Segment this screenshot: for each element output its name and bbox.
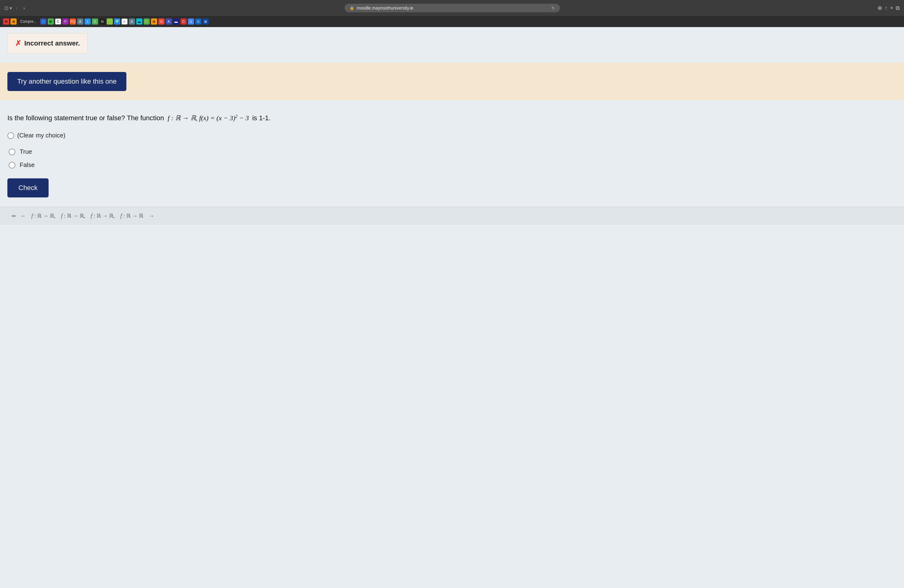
math-expression: f : ℝ → ℝ, f(x) = (x − 3)2 − 3 xyxy=(166,114,252,122)
clear-choice-radio[interactable] xyxy=(7,132,14,139)
bookmark-p-icon[interactable]: P xyxy=(62,19,69,25)
bottom-nav-hint: ⇐ ← f : ℝ → ℝ, f : ℝ → ℝ, f : ℝ → ℝ, f :… xyxy=(0,207,904,225)
bookmark-a3-icon[interactable]: A xyxy=(166,19,172,25)
reload-icon[interactable]: ↻ xyxy=(551,6,555,11)
check-button[interactable]: Check xyxy=(7,179,49,198)
question-text-before: Is the following statement true or false… xyxy=(7,114,164,122)
bookmark-compre[interactable]: Compre... xyxy=(18,19,39,24)
clear-choice-label: (Clear my choice) xyxy=(17,132,65,139)
bookmark-cloud-icon[interactable]: ☁ xyxy=(136,19,142,25)
back-button[interactable]: ‹ xyxy=(14,4,19,12)
bookmark-leaf-icon[interactable]: 🍀 xyxy=(107,19,113,25)
question-text: Is the following statement true or false… xyxy=(7,112,897,123)
bookmark-d-icon[interactable]: D xyxy=(180,19,186,25)
clear-choice-option[interactable]: (Clear my choice) xyxy=(7,132,897,139)
option-true-radio[interactable] xyxy=(9,149,15,155)
page-content: ✗ Incorrect answer. Try another question… xyxy=(0,27,904,588)
tabs-icon[interactable]: ⧉ xyxy=(896,5,900,11)
lock-icon: 🔒 xyxy=(349,6,354,10)
option-false-radio[interactable] xyxy=(9,162,15,169)
question-text-after: is 1-1. xyxy=(252,114,270,122)
try-another-button[interactable]: Try another question like this one xyxy=(7,72,126,91)
x-icon: ✗ xyxy=(15,39,21,47)
bookmark-green-icon[interactable]: 🟩 xyxy=(144,19,150,25)
bookmark-g2-icon[interactable]: G xyxy=(158,19,164,25)
bookmark-rect-icon[interactable]: ▬ xyxy=(173,19,179,25)
address-bar[interactable]: 🔒 moodle.maynoothuniversity.ie ↻ xyxy=(345,4,560,12)
download-icon[interactable]: ⊕ xyxy=(877,5,882,11)
option-true-label: True xyxy=(20,148,32,155)
bookmark-star-icon[interactable]: ⊞ xyxy=(151,19,157,25)
bookmark-check-icon[interactable]: ✓ xyxy=(122,19,128,25)
bookmark-a-icon[interactable]: A xyxy=(77,19,83,25)
nav-buttons: ⊡ ▾ ‹ › xyxy=(4,4,27,12)
bottom-nav-text: ⇐ ← f : ℝ → ℝ, f : ℝ → ℝ, f : ℝ → ℝ, f :… xyxy=(7,213,154,219)
browser-chrome: ⊡ ▾ ‹ › 🔒 moodle.maynoothuniversity.ie ↻… xyxy=(0,0,904,16)
bookmark-g3-icon[interactable]: G xyxy=(195,19,201,25)
incorrect-answer-banner: ✗ Incorrect answer. xyxy=(7,33,88,54)
bookmark-ms-icon[interactable]: M xyxy=(3,19,9,25)
share-icon[interactable]: ↑ xyxy=(885,5,887,11)
option-false-label: False xyxy=(20,161,35,169)
new-tab-icon[interactable]: + xyxy=(890,5,893,11)
bookmark-world-icon[interactable]: 🌍 xyxy=(114,19,120,25)
incorrect-answer-text: Incorrect answer. xyxy=(24,40,80,47)
bookmark-blue-icon[interactable]: ⊞ xyxy=(202,19,209,25)
bookmark-google-icon[interactable]: G xyxy=(188,19,194,25)
bookmark-grid-icon[interactable]: ⊞ xyxy=(47,19,54,25)
bookmark-colored-icon[interactable]: ⊞ xyxy=(11,19,17,25)
bookmark-globe-icon[interactable]: 🌐 xyxy=(40,19,46,25)
browser-actions: ⊕ ↑ + ⧉ xyxy=(877,5,900,11)
options-list: True False xyxy=(7,148,897,169)
bookmark-g-icon[interactable]: G xyxy=(92,19,98,25)
try-another-section: Try another question like this one xyxy=(0,63,904,100)
bookmarks-bar: M ⊞ Compre... 🌐 ⊞ C P PQ A 1 G N 🍀 🌍 ✓ A… xyxy=(0,16,904,27)
sidebar-toggle-icon[interactable]: ⊡ ▾ xyxy=(4,5,12,11)
question-section: Is the following statement true or false… xyxy=(0,100,904,207)
bookmark-n-icon[interactable]: N xyxy=(99,19,106,25)
url-text: moodle.maynoothuniversity.ie xyxy=(357,6,413,11)
bookmark-c-icon[interactable]: C xyxy=(55,19,61,25)
forward-button[interactable]: › xyxy=(21,4,27,12)
option-false[interactable]: False xyxy=(9,161,897,169)
option-true[interactable]: True xyxy=(9,148,897,155)
bookmark-pq-icon[interactable]: PQ xyxy=(70,19,76,25)
bookmark-a2-icon[interactable]: A xyxy=(129,19,135,25)
bookmark-1-icon[interactable]: 1 xyxy=(85,19,91,25)
